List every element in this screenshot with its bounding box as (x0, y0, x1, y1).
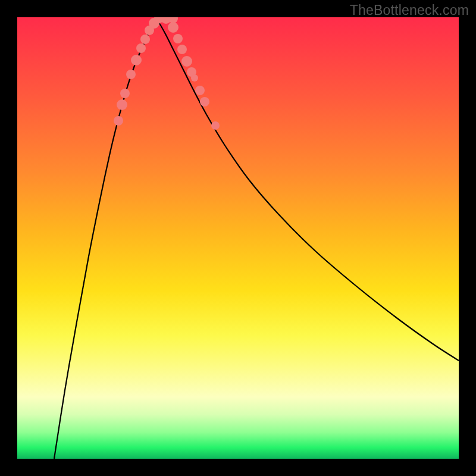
marker-group (114, 17, 220, 130)
curve-left (54, 18, 155, 459)
marker-left-2 (120, 89, 130, 98)
marker-right-1 (173, 34, 183, 43)
marker-right-6 (195, 86, 205, 95)
marker-right-3 (181, 56, 192, 67)
chart-svg (17, 17, 459, 459)
watermark-text: TheBottleneck.com (350, 2, 469, 18)
chart-plot-area (17, 17, 459, 459)
marker-left-3 (126, 70, 136, 79)
curve-group (54, 18, 459, 459)
marker-right-8 (211, 121, 220, 130)
curve-right (155, 18, 459, 361)
marker-right-7 (200, 97, 209, 107)
marker-right-0 (168, 22, 178, 33)
marker-right-5 (191, 74, 198, 82)
marker-left-5 (136, 43, 146, 53)
marker-left-4 (131, 55, 142, 65)
marker-left-6 (140, 35, 150, 44)
marker-left-1 (117, 99, 127, 110)
marker-right-2 (177, 45, 187, 54)
marker-left-0 (114, 116, 123, 126)
